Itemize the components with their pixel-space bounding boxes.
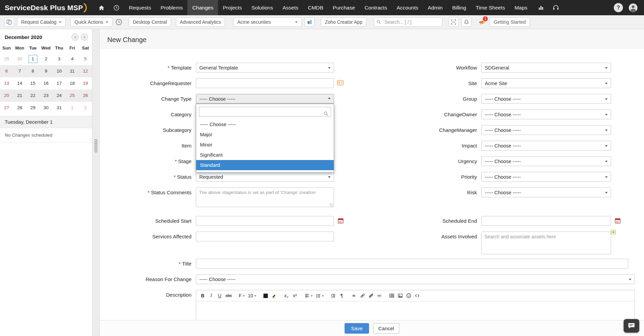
underline-button[interactable]: U [216,292,223,300]
insert-image-button[interactable] [397,292,404,300]
urgency-select[interactable]: ----- Choose ----- [481,156,611,166]
status-comments-textarea[interactable]: The above stage/status is set as part of… [196,187,334,207]
calendar-day[interactable]: 25 [66,90,79,102]
calendar-day[interactable]: 13 [0,77,13,90]
nav-item-contracts[interactable]: Contracts [360,0,392,15]
calendar-day[interactable]: 1 [66,102,79,114]
template-catalog-icon-button[interactable] [4,17,14,27]
calendar-day[interactable]: 20 [0,90,13,102]
calendar-day[interactable]: 28 [13,102,26,114]
calendar-day[interactable]: 21 [13,90,26,102]
calendar-day[interactable]: 17 [53,77,66,90]
support-headset-icon[interactable] [548,0,564,15]
unlink-button[interactable] [367,292,375,300]
calendar-day[interactable]: 29 [26,102,39,114]
italic-button[interactable]: I [207,292,215,300]
calendar-day[interactable]: 7 [13,65,26,77]
calendar-next-button[interactable]: › [81,34,88,41]
nav-item-changes[interactable]: Changes [187,0,218,15]
status-select[interactable]: Requested [196,172,334,182]
calendar-prev-button[interactable]: ‹ [72,34,79,41]
chat-button[interactable] [624,319,639,333]
nav-item-accounts[interactable]: Accounts [392,0,423,15]
calendar-day[interactable]: 11 [66,65,79,77]
calendar-picker-icon[interactable] [615,218,621,225]
calendar-day[interactable]: 18 [66,77,79,90]
calendar-day[interactable]: 27 [0,102,13,114]
dropdown-option-significant[interactable]: Significant [196,150,334,160]
getting-started-button[interactable]: Getting Started [490,17,530,27]
nav-item-time-sheets[interactable]: Time Sheets [471,0,510,15]
insert-table-button[interactable] [388,292,395,300]
assets-involved-textarea[interactable] [481,232,611,254]
change-manager-select[interactable]: ----- Choose ----- [481,125,611,135]
nav-item-purchase[interactable]: Purchase [328,0,360,15]
group-select[interactable]: ----- Choose ----- [481,94,611,104]
list-button[interactable] [315,292,325,300]
user-profile-icon[interactable] [628,3,638,13]
nav-item-admin[interactable]: Admin [423,0,447,15]
calendar-day[interactable]: 23 [39,90,53,102]
calendar-day[interactable]: 14 [13,77,26,90]
calendar-picker-icon[interactable] [338,218,344,225]
paragraph-button[interactable]: ¶ [338,292,346,300]
calendar-day[interactable]: 30 [39,102,53,114]
font-size-button[interactable]: 10 [247,292,257,300]
services-affected-input[interactable] [196,232,334,241]
text-color-button[interactable] [262,292,270,300]
advanced-analytics-button[interactable]: Advanced Analytics [176,17,225,27]
reports-chart-icon[interactable] [534,0,548,15]
nav-item-billing[interactable]: Billing [447,0,471,15]
calendar-day[interactable]: 31 [53,102,66,114]
site-select[interactable]: Acme Site [481,78,611,88]
highlight-button[interactable] [271,292,278,300]
dropdown-option-standard[interactable]: Standard [196,160,334,170]
nav-item-maps[interactable]: Maps [510,0,532,15]
account-settings-button[interactable] [305,17,315,27]
nav-item-problems[interactable]: Problems [156,0,187,15]
add-asset-icon[interactable] [611,230,616,236]
calendar-day[interactable]: 6 [0,65,13,77]
calendar-day[interactable]: 24 [53,90,66,102]
indent-button[interactable] [330,292,337,300]
template-select[interactable]: General Template [196,63,334,73]
superscript-button[interactable]: x² [291,292,299,300]
horizontal-rule-button[interactable] [376,292,383,300]
calendar-day[interactable]: 4 [66,53,79,65]
requester-picker-icon[interactable] [337,80,344,87]
notifications-button[interactable] [461,17,472,27]
calendar-day[interactable]: 19 [79,77,92,90]
dropdown-option-major[interactable]: Major [196,130,334,140]
nav-item-requests[interactable]: Requests [124,0,155,15]
calendar-day[interactable]: 12 [79,65,92,77]
recent-items-icon[interactable] [109,0,124,15]
blockquote-button[interactable]: “ [350,292,358,300]
calendar-day[interactable]: 29 [0,53,13,65]
calendar-day[interactable]: 1 [26,53,39,65]
quick-actions-button[interactable]: Quick Actions [70,17,112,27]
dropdown-option-minor[interactable]: Minor [196,140,334,150]
app-logo[interactable]: ServiceDesk PlusMSP [0,0,94,15]
cancel-button[interactable]: Cancel [373,323,399,334]
calendar-day[interactable]: 2 [79,102,92,114]
risk-select[interactable]: ----- Choose ----- [481,187,611,197]
priority-select[interactable]: ----- Choose ----- [481,172,611,182]
request-catalog-button[interactable]: Request Catalog [17,17,66,27]
insert-emoji-button[interactable] [405,292,412,300]
calendar-day[interactable]: 22 [26,90,39,102]
insert-link-button[interactable] [359,292,366,300]
strikethrough-button[interactable]: abc [224,292,233,300]
align-button[interactable] [303,292,314,300]
save-button[interactable]: Save [345,323,369,334]
source-code-button[interactable] [413,292,421,300]
change-owner-select[interactable]: ----- Choose ----- [481,110,611,119]
search-input[interactable] [374,17,442,27]
calendar-day[interactable]: 5 [79,53,92,65]
bold-button[interactable]: B [199,292,206,300]
help-icon[interactable]: ? [614,3,623,12]
title-input[interactable] [196,259,628,269]
calendar-day[interactable]: 3 [53,53,66,65]
nav-item-projects[interactable]: Projects [218,0,246,15]
change-type-select[interactable]: ----- Choose ----- [196,94,334,104]
font-family-button[interactable]: F [238,292,246,300]
